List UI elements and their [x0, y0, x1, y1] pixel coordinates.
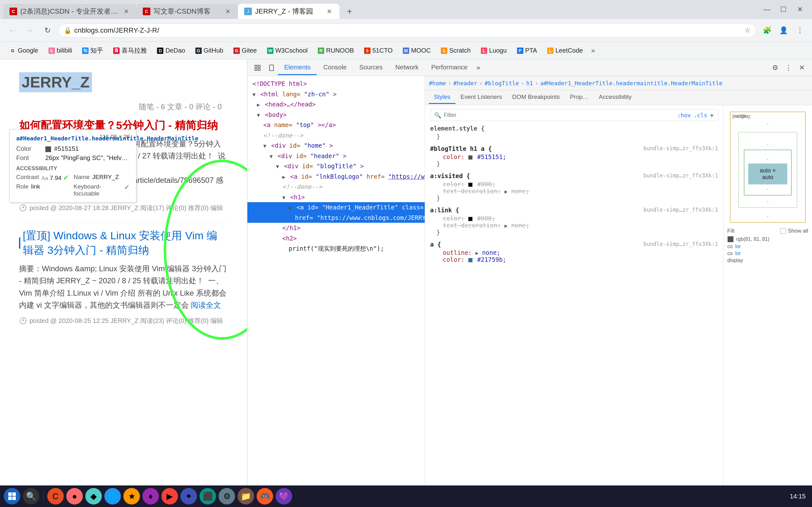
bookmark-luogu[interactable]: L Luogu: [476, 45, 511, 56]
tab-favicon-cnblogs: J: [244, 8, 252, 15]
bc-home[interactable]: #home: [429, 80, 446, 87]
tab-close-csdn1[interactable]: ✕: [122, 8, 130, 15]
minimize-button[interactable]: —: [761, 4, 773, 15]
html-line-header-title[interactable]: ▶ <a id= "Header1_HeaderTitle" class= "h…: [247, 202, 425, 213]
expand-blogtitle-icon[interactable]: ▼: [276, 164, 279, 170]
taskbar-icon-6[interactable]: ✦: [181, 488, 197, 504]
tab-cnblogs[interactable]: J JERRY_Z - 博客园 ✕: [238, 4, 339, 19]
taskbar-browser[interactable]: 🌐: [104, 488, 121, 504]
rule-source-visited[interactable]: bundle-simp…zr_ffx3Xk:1: [644, 172, 718, 179]
bookmark-runoob[interactable]: R RUNOOB: [313, 45, 358, 56]
rule-source-a[interactable]: bundle-simp…zr_ffx3Xk:1: [644, 241, 718, 247]
expand-decoration-icon[interactable]: ▶: [504, 188, 507, 194]
inspect-element-icon[interactable]: [251, 61, 264, 74]
article-2-readmore[interactable]: 阅读全文: [191, 301, 221, 309]
taskbar-search[interactable]: 🔍: [23, 488, 39, 504]
devtools-tab-performance[interactable]: Performance: [425, 60, 474, 75]
expand-h1-icon[interactable]: ▼: [282, 194, 286, 201]
bookmark-leetcode[interactable]: L LeetCode: [543, 45, 588, 56]
devtools-tab-console[interactable]: Console: [317, 60, 353, 75]
styles-tab-accessibility[interactable]: Accessibility: [594, 91, 637, 104]
taskbar-icon-11[interactable]: 💜: [275, 488, 292, 504]
bookmark-xmala[interactable]: 喜 喜马拉雅: [109, 44, 151, 57]
taskbar-icon-10[interactable]: 🎮: [257, 488, 273, 504]
styles-tab-styles[interactable]: Styles: [429, 91, 455, 104]
taskbar-chrome[interactable]: C: [47, 488, 64, 504]
new-tab-button[interactable]: +: [342, 4, 357, 19]
filter-color-link[interactable]: lor: [735, 244, 741, 249]
styles-tab-dom-breakpoints[interactable]: DOM Breakpoints: [507, 91, 565, 104]
expand-outline-icon[interactable]: ▶: [475, 250, 478, 256]
back-button[interactable]: ←: [5, 23, 19, 38]
devtools-more-tabs[interactable]: »: [474, 64, 483, 72]
device-toolbar-icon[interactable]: [265, 61, 278, 74]
profile-icon[interactable]: 👤: [776, 23, 791, 38]
styles-filter-input[interactable]: [444, 112, 675, 118]
devtools-tab-elements[interactable]: Elements: [278, 60, 317, 75]
bookmark-51cto[interactable]: 5 51CTO: [360, 45, 397, 56]
html-line-h1-close: </h1>: [247, 223, 425, 233]
bc-header[interactable]: #header: [453, 80, 477, 87]
devtools-close-icon[interactable]: ✕: [796, 61, 808, 74]
tab-close-csdn2[interactable]: ✕: [224, 8, 232, 15]
filter-color-link2[interactable]: lor: [735, 250, 741, 257]
taskbar-icon-3[interactable]: ★: [123, 488, 140, 504]
taskbar-icon-1[interactable]: ●: [66, 488, 83, 504]
styles-tab-event-listeners[interactable]: Event Listeners: [455, 91, 507, 104]
filter-row-1: rgb(81, 81, 81): [727, 236, 808, 242]
maximize-button[interactable]: ☐: [778, 4, 789, 15]
bookmark-pta[interactable]: P PTA: [513, 45, 542, 56]
menu-icon[interactable]: ⋮: [793, 23, 807, 38]
bookmark-w3c[interactable]: W W3Cschool: [263, 45, 312, 56]
devtools-options-icon[interactable]: ⋮: [782, 61, 795, 74]
taskbar-icon-7[interactable]: ⬛: [200, 488, 216, 504]
tooltip-accessibility-label: ACCESSIBILITY: [16, 165, 130, 172]
url-bar[interactable]: 🔒 cnblogs.com/JERRY-Z-J-R/ ☆: [58, 23, 756, 38]
bookmark-bilibili[interactable]: b bilibili: [44, 45, 77, 56]
bookmark-favicon-runoob: R: [318, 48, 324, 54]
styles-tab-properties[interactable]: Prop…: [565, 91, 594, 104]
refresh-button[interactable]: ↻: [41, 23, 55, 38]
show-all-checkbox[interactable]: [780, 228, 786, 234]
forward-button[interactable]: →: [23, 23, 37, 38]
bookmark-gitee[interactable]: G Gitee: [229, 45, 261, 56]
devtools-settings-icon[interactable]: ⚙: [769, 61, 781, 74]
bookmark-dedao[interactable]: D DeDao: [153, 45, 189, 56]
extensions-icon[interactable]: 🧩: [760, 23, 774, 38]
rule-source-blogtitle[interactable]: bundle-simp…zr_ffx3Xk:1: [644, 145, 718, 152]
bookmark-github[interactable]: G GitHub: [191, 45, 228, 56]
tab-csdn2[interactable]: C 写文章-CSDN博客 ✕: [136, 4, 238, 19]
bc-blogtitle[interactable]: #blogTitle: [485, 80, 519, 87]
bookmark-scratch[interactable]: S Scratch: [437, 45, 475, 56]
expand-lnk-icon[interactable]: ▶: [282, 174, 286, 180]
devtools-tab-network[interactable]: Network: [389, 60, 425, 75]
rule-source-link[interactable]: bundle-simp…zr_ffx3Xk:1: [644, 207, 718, 213]
tooltip-keyboard-item: Keyboard-focusable ✓: [73, 183, 130, 197]
add-style-button[interactable]: +: [710, 111, 714, 119]
expand-html-icon[interactable]: ▼: [252, 92, 256, 98]
tab-csdn1[interactable]: C (2条消息)CSDN - 专业开发者社区 ✕: [3, 4, 136, 19]
tab-close-cnblogs[interactable]: ✕: [325, 8, 333, 15]
expand-body-icon[interactable]: ▼: [257, 112, 260, 118]
expand-head-icon[interactable]: ▶: [257, 102, 260, 108]
taskbar-icon-5[interactable]: ▶: [161, 488, 178, 504]
hov-button[interactable]: :hov: [677, 112, 691, 118]
devtools-tab-sources[interactable]: Sources: [353, 60, 389, 75]
cls-button[interactable]: .cls: [693, 112, 707, 118]
taskbar-icon-9[interactable]: 📁: [238, 488, 254, 504]
bookmark-mooc[interactable]: M MOOC: [398, 45, 435, 56]
bc-a-selector[interactable]: a#Header1_HeaderTitle.headermaintitle.He…: [540, 80, 722, 87]
bookmark-zhihu[interactable]: 知 知乎: [78, 44, 107, 57]
taskbar-icon-2[interactable]: ◆: [85, 488, 102, 504]
bookmark-google[interactable]: G Google: [5, 45, 43, 56]
bookmarks-more-icon[interactable]: »: [589, 47, 598, 55]
bookmark-star-icon[interactable]: ☆: [745, 26, 751, 35]
expand-link-decoration-icon[interactable]: ▶: [504, 223, 507, 229]
expand-header-icon[interactable]: ▼: [270, 153, 273, 159]
bc-h1[interactable]: h1: [526, 80, 533, 87]
expand-home-icon[interactable]: ▼: [263, 143, 266, 149]
taskbar-icon-8[interactable]: ⚙: [218, 488, 235, 504]
start-button[interactable]: [4, 488, 20, 504]
taskbar-icon-4[interactable]: ♦: [142, 488, 159, 504]
close-button[interactable]: ✕: [794, 4, 806, 15]
